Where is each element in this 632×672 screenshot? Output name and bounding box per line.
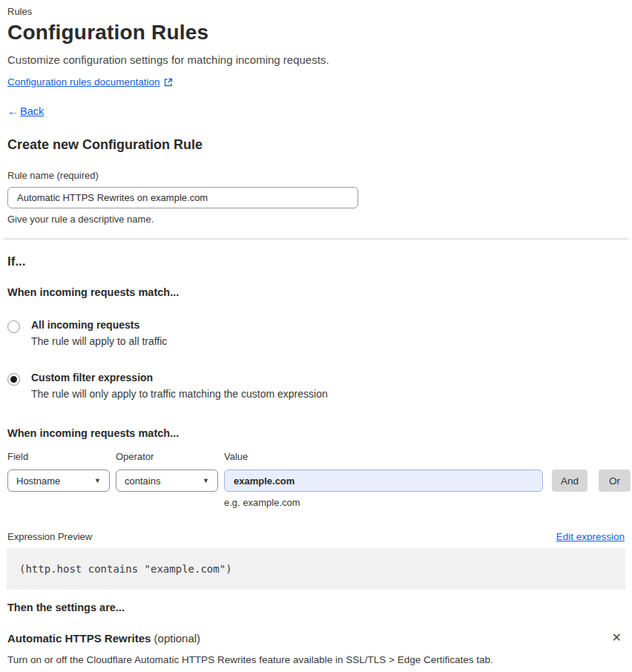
documentation-link-row: Configuration rules documentation [7,76,625,88]
builder-heading: When incoming requests match... [7,427,625,439]
edit-expression-link[interactable]: Edit expression [556,531,625,542]
section-divider [4,238,628,240]
radio-label: All incoming requests [31,319,167,331]
if-section-title: If... [7,254,625,269]
expression-preview-row: Expression Preview Edit expression [7,531,625,542]
operator-label: Operator [116,451,218,467]
rule-name-input[interactable] [7,187,358,208]
setting-description: Turn on or off the Cloudflare Automatic … [7,654,625,665]
setting-title: Automatic HTTPS Rewrites (optional) [7,632,200,645]
radio-text: Custom filter expression The rule will o… [31,372,328,400]
and-button-column: And [552,451,587,508]
setting-optional-tag: (optional) [154,632,201,645]
field-column: Field Hostname ▼ [7,451,110,508]
back-arrow-icon: ← [7,105,19,117]
operator-column: Operator contains ▼ [116,451,218,508]
external-link-icon [164,78,173,87]
and-button[interactable]: And [552,470,587,492]
radio-custom-filter-expression[interactable]: Custom filter expression The rule will o… [7,372,625,400]
value-input[interactable] [224,470,543,492]
radio-checked-icon[interactable] [7,373,20,386]
field-select[interactable]: Hostname ▼ [7,470,110,492]
create-rule-title: Create new Configuration Rule [7,137,625,153]
field-select-value: Hostname [16,475,60,487]
page-title: Configuration Rules [7,21,625,45]
value-label: Value [224,451,543,467]
then-settings-heading: Then the settings are... [7,602,625,613]
or-button-column: Or [599,451,631,508]
radio-all-incoming-requests[interactable]: All incoming requests The rule will appl… [7,319,625,347]
chevron-down-icon: ▼ [203,477,209,484]
radio-label: Custom filter expression [31,372,328,383]
chevron-down-icon: ▼ [94,477,101,484]
breadcrumb: Rules [7,6,625,17]
field-label: Field [7,451,110,467]
back-link[interactable]: Back [20,105,44,117]
setting-name: Automatic HTTPS Rewrites [7,632,151,645]
radio-description: The rule will apply to all traffic [31,335,167,347]
operator-select[interactable]: contains ▼ [116,470,218,492]
operator-select-value: contains [125,475,160,487]
rule-name-help: Give your rule a descriptive name. [7,214,625,225]
radio-unchecked-icon[interactable] [7,320,20,333]
setting-header-row: Automatic HTTPS Rewrites (optional) ✕ [7,630,625,645]
value-help: e.g. example.com [224,497,543,508]
close-icon[interactable]: ✕ [609,630,625,645]
or-button[interactable]: Or [599,470,631,492]
match-heading: When incoming requests match... [7,286,625,298]
back-link-row: ← Back [7,105,625,117]
rule-name-label: Rule name (required) [7,170,625,181]
value-column: Value e.g. example.com [224,451,543,508]
expression-preview-code: (http.host contains "example.com") [7,548,625,590]
configuration-rules-page: Rules Configuration Rules Customize conf… [0,0,632,672]
radio-text: All incoming requests The rule will appl… [31,319,167,347]
radio-description: The rule will only apply to traffic matc… [31,388,328,400]
expression-builder-row: Field Hostname ▼ Operator contains ▼ Val… [7,451,625,508]
page-subtitle: Customize configuration settings for mat… [7,53,625,66]
expression-preview-label: Expression Preview [7,531,92,542]
documentation-link[interactable]: Configuration rules documentation [7,76,160,88]
